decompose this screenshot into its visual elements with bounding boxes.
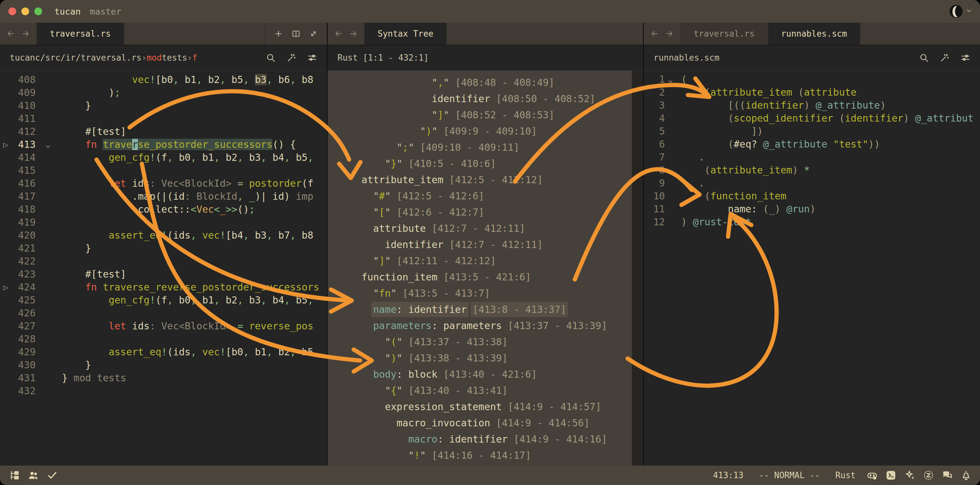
code-line[interactable]: 408 vec![b0, b1, b2, b5, b3, b6, b8 (0, 73, 327, 86)
code-line[interactable]: 8 (attribute_item) * (644, 164, 980, 177)
nav-forward-button[interactable] (665, 29, 674, 38)
bell-icon[interactable] (961, 470, 972, 481)
code-line[interactable]: 423 #[test] (0, 268, 327, 281)
syntax-tree-node[interactable]: ")" [413:38 - 413:39] (328, 350, 643, 366)
code-line[interactable]: 430 } (0, 359, 327, 372)
close-window-button[interactable] (8, 8, 16, 15)
project-panel-icon[interactable] (9, 470, 20, 481)
zoom-window-button[interactable] (34, 8, 42, 15)
search-icon[interactable] (266, 53, 275, 62)
code-line[interactable]: 421 } (0, 242, 327, 255)
breadcrumb-segment[interactable]: › (187, 53, 192, 62)
syntax-tree-node[interactable]: attribute [412:7 - 412:11] (328, 220, 643, 237)
terminal-icon[interactable] (885, 470, 896, 481)
code-line[interactable]: 9 . (644, 177, 980, 190)
breadcrumb-segment[interactable]: tucanc/src/ir/traversal.rs (10, 53, 142, 62)
code-line[interactable]: 3 [((identifier) @_attribute) (644, 99, 980, 112)
sliders-icon[interactable] (307, 53, 317, 62)
avatar[interactable] (950, 5, 963, 18)
code-line[interactable]: 417 .map(|(id: BlockId, _)| id) imp (0, 190, 327, 203)
chat-icon[interactable] (942, 470, 953, 481)
syntax-tree-node[interactable]: "]" [408:52 - 408:53] (328, 107, 643, 123)
code-line[interactable]: 2 (attribute_item (attribute (644, 86, 980, 99)
zed-ai-icon[interactable] (923, 470, 934, 481)
cursor-position[interactable]: 413:13 (713, 471, 744, 480)
tab-traversal-rs[interactable]: traversal.rs (37, 23, 124, 45)
git-branch-label[interactable]: master (90, 6, 121, 16)
code-line[interactable]: 414 gen_cfg!(f, b0, b1, b2, b3, b4, b5, (0, 151, 327, 164)
search-icon[interactable] (919, 53, 929, 62)
syntax-tree-node[interactable]: "{" [413:40 - 413:41] (328, 383, 643, 399)
syntax-tree-node[interactable]: "(" [413:37 - 413:38] (328, 334, 643, 350)
code-line[interactable]: 410 } (0, 99, 327, 112)
minimize-window-button[interactable] (21, 8, 29, 15)
tab-traversal-rs[interactable]: traversal.rs (681, 23, 768, 45)
syntax-tree-node[interactable]: function_item [413:5 - 421:6] (328, 269, 643, 285)
collab-icon[interactable] (28, 470, 39, 481)
split-icon[interactable] (291, 29, 301, 38)
syntax-tree-node[interactable]: "fn" [413:5 - 413:7] (328, 285, 643, 302)
editor-runnables[interactable]: 1(2 (attribute_item (attribute3 [((ident… (644, 71, 980, 466)
syntax-tree-node[interactable]: ";" [409:10 - 409:11] (328, 139, 643, 156)
syntax-tree-node[interactable]: ")" [409:9 - 409:10] (328, 123, 643, 139)
code-line[interactable]: 5 ]) (644, 125, 980, 138)
wand-icon[interactable] (286, 53, 296, 62)
language-selector[interactable]: Rust (835, 471, 856, 480)
run-test-button[interactable]: ▷ (3, 138, 8, 151)
syntax-tree-node[interactable]: macro_invocation [414:9 - 414:56] (328, 415, 643, 431)
syntax-tree-node[interactable]: name: identifier [413:8 - 413:37] (328, 302, 643, 318)
syntax-tree-node[interactable]: macro: identifier [414:9 - 414:16] (328, 431, 643, 447)
breadcrumb-segment[interactable]: › (142, 53, 147, 62)
copilot-icon[interactable] (867, 470, 878, 481)
sparkles-icon[interactable] (904, 470, 915, 481)
code-line[interactable]: 415 (0, 164, 327, 177)
code-line[interactable]: 411 (0, 112, 327, 125)
tab-runnables-scm[interactable]: runnables.scm (768, 23, 861, 45)
syntax-tree-node[interactable]: body: block [413:40 - 421:6] (328, 366, 643, 383)
breadcrumb-segment[interactable]: mod (147, 53, 162, 62)
code-line[interactable]: 429 assert_eq!(ids, vec![b0, b1, b2, b5 (0, 346, 327, 359)
syntax-tree-node[interactable]: identifier [412:7 - 412:11] (328, 237, 643, 253)
code-line[interactable]: 416 let ids: Vec<BlockId> = postorder(f (0, 177, 327, 190)
syntax-tree-node[interactable]: "#" [412:5 - 412:6] (328, 188, 643, 204)
code-line[interactable]: 420 assert_eq!(ids, vec![b4, b3, b7, b8 (0, 229, 327, 242)
syntax-tree-node[interactable]: "]" [412:11 - 412:12] (328, 253, 643, 269)
syntax-tree-node[interactable]: expression_statement [414:9 - 414:57] (328, 399, 643, 415)
nav-forward-button[interactable] (21, 29, 30, 38)
breadcrumb-filename[interactable]: runnables.scm (654, 53, 720, 62)
chevron-down-icon[interactable] (965, 7, 973, 16)
sliders-icon[interactable] (961, 53, 970, 62)
code-line[interactable]: 412 #[test] (0, 125, 327, 138)
syntax-tree-node[interactable]: "!" [414:16 - 414:17] (328, 447, 643, 464)
breadcrumb[interactable]: tucanc/src/ir/traversal.rs › mod tests ›… (0, 45, 327, 71)
code-line[interactable]: 409 ); (0, 86, 327, 99)
syntax-tree-node[interactable]: "," [408:48 - 408:49] (328, 75, 643, 91)
code-line[interactable]: 6 (#eq? @_attribute "test")) (644, 138, 980, 151)
syntax-tree-node[interactable]: "[" [412:6 - 412:7] (328, 204, 643, 220)
code-line[interactable]: 11 name: (_) @run) (644, 203, 980, 215)
code-line[interactable]: 422 (0, 255, 327, 268)
breadcrumb-segment[interactable]: f (192, 53, 197, 62)
maximize-icon[interactable] (309, 29, 318, 38)
nav-back-button[interactable] (6, 29, 15, 38)
tab-Syntax-Tree[interactable]: Syntax Tree (365, 23, 447, 45)
code-line[interactable]: 419 (0, 216, 327, 229)
plus-icon[interactable] (274, 29, 283, 38)
editor-traversal[interactable]: 408 vec![b0, b1, b2, b5, b3, b6, b8409 )… (0, 71, 327, 466)
check-icon[interactable] (47, 470, 58, 481)
scrollbar-track[interactable] (632, 71, 643, 466)
code-line[interactable]: 413▷ fn traverse_postorder_successors() … (0, 138, 327, 151)
code-line[interactable]: 424▷ fn traverse_reverse_postorder_succe… (0, 281, 327, 294)
wand-icon[interactable] (940, 53, 950, 62)
code-line[interactable]: 7 . (644, 151, 980, 164)
code-line[interactable]: 12) @rust-test (644, 215, 980, 228)
traffic-lights[interactable] (8, 8, 47, 15)
syntax-tree-node[interactable]: parameters: parameters [413:37 - 413:39] (328, 318, 643, 334)
code-line[interactable]: 425 gen_cfg!(f, b0, b1, b2, b3, b4, b5, (0, 294, 327, 307)
code-line[interactable]: 428 (0, 333, 327, 346)
code-line[interactable]: 426 (0, 307, 327, 320)
syntax-tree-node[interactable]: identifier [408:50 - 408:52] (328, 91, 643, 107)
code-line[interactable]: 418 .collect::<Vec<_>>(); (0, 203, 327, 216)
code-line[interactable]: 431} mod tests (0, 372, 327, 384)
breadcrumb-segment[interactable]: tests (162, 53, 187, 62)
